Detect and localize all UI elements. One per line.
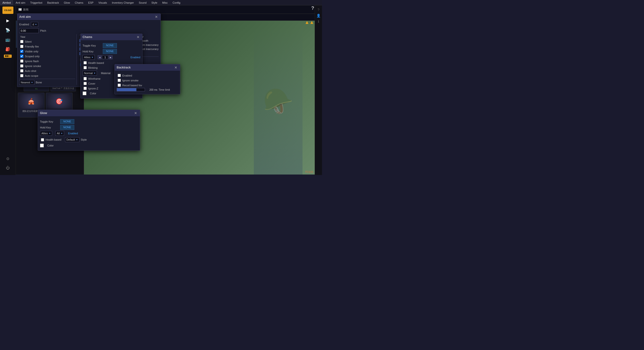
item-4-image: 🎯 <box>47 94 71 109</box>
chams-blinking-checkbox[interactable] <box>84 66 87 69</box>
menu-config[interactable]: Config <box>170 0 183 5</box>
top-menu-bar: Aimbot Anti aim Triggerbot Backtrack Glo… <box>0 0 322 5</box>
glow-all-label: All <box>57 132 60 135</box>
menu-inventory-changer[interactable]: Inventory Changer <box>109 0 136 5</box>
chams-close-button[interactable]: ✕ <box>136 35 140 39</box>
glow-togglekey-btn[interactable]: NONE <box>60 119 74 124</box>
antiaim-nearest-dropdown[interactable]: Nearest ▼ <box>19 80 34 85</box>
glow-healthbased-row: Health based Default ▼ Style <box>40 137 138 143</box>
chams-cover-checkbox[interactable] <box>84 82 87 85</box>
antiaim-autoscope-checkbox[interactable] <box>20 74 24 77</box>
backtrack-close-button[interactable]: ✕ <box>174 65 178 70</box>
backtrack-recoilfov-checkbox[interactable] <box>118 84 121 87</box>
chams-ignorez-checkbox[interactable] <box>84 87 87 90</box>
antiaim-yaw-label: Yaw <box>20 35 25 38</box>
antiaim-scoped-checkbox[interactable] <box>20 55 24 58</box>
chams-ignorez-label: Ignore-Z <box>88 87 98 90</box>
backtrack-enabled-checkbox[interactable] <box>118 74 121 77</box>
backtrack-enabled-label: Enabled <box>122 74 132 77</box>
backtrack-recoilfov-row: Recoil based fov <box>117 83 178 87</box>
right-help-icon[interactable]: ? <box>318 8 320 12</box>
sidebar-tv-icon[interactable]: 📺 <box>3 35 13 44</box>
antiaim-smoke-label: Ignore smoke <box>25 65 41 68</box>
chams-allies-prev[interactable]: ◄ <box>98 55 102 59</box>
sidebar-settings-icon[interactable]: ⚙ <box>3 155 13 163</box>
sidebar-news-icon[interactable]: 📡 <box>3 26 13 34</box>
antiaim-enabled-label: Enabled <box>19 23 29 26</box>
chams-panel-header[interactable]: Chams ✕ <box>80 34 142 40</box>
right-sidebar: ? 👤 ℹ <box>315 5 322 175</box>
chams-holdkey-btn[interactable]: NONE <box>103 49 117 54</box>
menu-misc[interactable]: Misc <box>160 0 170 5</box>
antiaim-close-button[interactable]: ✕ <box>154 15 158 19</box>
antiaim-autoshot-checkbox[interactable] <box>20 69 24 72</box>
antiaim-silent-checkbox[interactable] <box>20 40 24 43</box>
right-info-icon[interactable]: ℹ <box>318 20 319 24</box>
chams-allies-next[interactable]: ► <box>109 55 112 59</box>
sidebar-power-icon[interactable]: ⏻ <box>3 164 13 172</box>
antiaim-flash-checkbox[interactable] <box>20 60 24 63</box>
chams-wireframe-label: Wireframe <box>88 77 100 80</box>
antiaim-visible-row: Visible only <box>19 49 75 53</box>
help-icon[interactable]: ? <box>311 5 314 11</box>
antiaim-flash-row: Ignore flash <box>19 59 75 63</box>
glow-allies-arrow: ▼ <box>49 132 51 135</box>
menu-antiaim[interactable]: Anti aim <box>13 0 28 5</box>
antiaim-bone-label: Bone <box>36 81 42 84</box>
glow-color-swatch[interactable] <box>40 144 44 147</box>
antiaim-pitch-label: Pitch <box>40 29 46 32</box>
glow-default-label: Default <box>66 138 75 141</box>
glow-all-dropdown[interactable]: All ▼ <box>55 131 64 136</box>
antiaim-pitch-row: Pitch <box>19 28 158 33</box>
glow-allies-dropdown[interactable]: Allies ▼ <box>40 131 52 136</box>
antiaim-dropdown-arrow: ▼ <box>35 24 37 26</box>
backtrack-ignoresmoke-checkbox[interactable] <box>118 79 121 82</box>
menu-backtrack[interactable]: Backtrack <box>45 0 62 5</box>
backtrack-time-slider[interactable] <box>117 88 145 91</box>
antiaim-nearest-label: Nearest <box>21 81 30 84</box>
antiaim-enabled-value: d <box>32 23 34 26</box>
antiaim-ff-checkbox[interactable] <box>20 45 24 48</box>
chams-allies-arrow: ▼ <box>91 56 93 59</box>
glow-holdkey-btn[interactable]: NONE <box>60 125 74 130</box>
menu-visuals[interactable]: Visuals <box>96 0 109 5</box>
menu-aimbot[interactable]: Aimbot <box>0 0 13 5</box>
menu-triggerbot[interactable]: Triggerbot <box>28 0 45 5</box>
menu-style[interactable]: Style <box>149 0 160 5</box>
nearest-arrow: ▼ <box>31 81 33 84</box>
glow-panel-header[interactable]: Glow ✕ <box>38 110 140 116</box>
antiaim-enabled-dropdown[interactable]: d ▼ <box>31 22 38 27</box>
chams-allies-row: Allies ▼ ◄ 1 ► Enabled <box>82 55 140 60</box>
menu-glow[interactable]: Glow <box>62 0 72 5</box>
backtrack-body: Enabled Ignore smoke Recoil based fov 20… <box>115 71 180 94</box>
chams-normal-dropdown[interactable]: Normal ▼ <box>82 71 97 76</box>
menu-esp[interactable]: ESP <box>86 0 96 5</box>
antiaim-pitch-input[interactable] <box>19 28 39 33</box>
antiaim-panel-header[interactable]: Anti aim ✕ <box>17 14 160 20</box>
glow-holdkey-row: Hold Key NONE <box>40 125 138 130</box>
chams-allies-dropdown[interactable]: Allies ▼ <box>82 55 95 60</box>
glow-enabled-badge: Enabled <box>68 132 78 135</box>
chams-normal-label: Normal <box>84 72 92 75</box>
menu-sound[interactable]: Sound <box>136 0 149 5</box>
chams-healthbased-checkbox[interactable] <box>84 61 87 64</box>
sidebar-play-icon[interactable]: ▶ <box>3 16 13 25</box>
chams-normal-arrow: ▼ <box>94 72 96 74</box>
antiaim-scoped-row: Scoped only <box>19 54 75 58</box>
chams-color-swatch[interactable] <box>82 91 86 95</box>
glow-healthbased-checkbox[interactable] <box>41 138 44 141</box>
glow-style-dropdown[interactable]: Default ▼ <box>65 137 80 142</box>
antiaim-visible-checkbox[interactable] <box>20 50 24 53</box>
glow-close-button[interactable]: ✕ <box>134 111 138 115</box>
chams-togglekey-btn[interactable]: NONE <box>103 43 117 48</box>
antiaim-smoke-checkbox[interactable] <box>20 64 24 68</box>
chams-wireframe-checkbox[interactable] <box>84 77 87 80</box>
glow-holdkey-label: Hold Key <box>40 126 58 129</box>
soldier-icon: 🪖 <box>263 87 294 116</box>
sidebar-inventory-icon[interactable]: 🎒 <box>3 45 13 53</box>
menu-chams[interactable]: Chams <box>72 0 86 5</box>
right-person-icon[interactable]: 👤 <box>316 14 320 18</box>
backtrack-panel: Backtrack ✕ Enabled Ignore smoke Recoil … <box>114 64 180 94</box>
backtrack-panel-header[interactable]: Backtrack ✕ <box>115 64 180 71</box>
news-icon: 📰 <box>18 8 22 11</box>
